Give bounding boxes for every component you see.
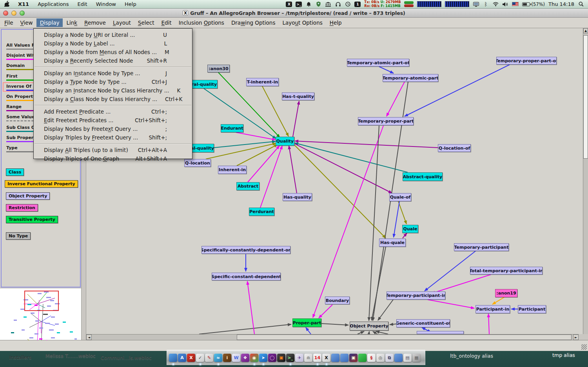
menu-item-display-a-node-by-label[interactable]: Display a Node by Label ...L — [34, 39, 192, 48]
display-icon[interactable] — [473, 1, 479, 7]
cpu-spectrum-2[interactable] — [445, 1, 469, 7]
us-flag-icon[interactable] — [512, 2, 519, 6]
node-quale[interactable]: Quale — [402, 225, 418, 233]
dock-icon-paint-app[interactable]: ✎ — [205, 354, 213, 362]
node-t-inherent-in[interactable]: T-inherent-in — [246, 78, 279, 86]
dock-icon-ring-app[interactable]: ◎ — [376, 354, 385, 362]
node-quality[interactable]: Quality — [276, 137, 294, 146]
node-object-property[interactable]: Object Property — [350, 322, 388, 331]
dock-icon-info-app[interactable]: i — [223, 354, 231, 362]
node-has-quality[interactable]: Has-quality — [283, 193, 312, 201]
vertical-scroll-thumb[interactable] — [583, 35, 588, 159]
desktop-item-installers[interactable]: Installers — [9, 354, 32, 360]
mac-menu-edit[interactable]: Edit — [73, 1, 92, 7]
bank-icon[interactable] — [325, 1, 331, 7]
dock-icon-ical-14[interactable]: 14 — [313, 354, 321, 362]
dock-icon-cube-app[interactable]: ▣ — [349, 354, 358, 362]
desktop-item-communi-ls-webloc[interactable]: Communi...ls.webloc — [101, 355, 152, 361]
menu-item-add-freetext-predicate[interactable]: Add Freetext Predicate ...Ctrl+; — [34, 107, 192, 116]
menubar-item-layout[interactable]: Layout — [109, 18, 134, 27]
cpu-spectrum-1[interactable] — [417, 1, 441, 7]
menubar-item-help[interactable]: Help — [326, 18, 345, 27]
node-has-quale[interactable]: Has-quale — [379, 239, 406, 247]
dock-icon-finder[interactable] — [169, 354, 177, 362]
volume-icon[interactable] — [502, 1, 508, 7]
node-legend-class[interactable]: Class — [6, 168, 24, 176]
menu-item-display-a-node-by-uri-or-literal[interactable]: Display a Node by URI or Literal ...U — [34, 31, 192, 39]
menubar-item-file[interactable]: File — [1, 18, 17, 27]
keychain-icon[interactable] — [315, 1, 321, 7]
node-node[interactable] — [417, 331, 464, 334]
node-abstract[interactable]: Abstract — [236, 182, 260, 190]
dock-icon-green-folder[interactable] — [358, 354, 367, 362]
dock-icon-photos-app[interactable]: ❖ — [241, 354, 249, 362]
menu-item-display-nodes-by-freetext-query[interactable]: Display Nodes by Freetext Query ...; — [34, 125, 192, 133]
dock-icon-kanji-app[interactable]: § — [367, 354, 376, 362]
dock-icon-x11-app[interactable]: X — [322, 354, 330, 362]
menubar-item-link[interactable]: Link — [63, 18, 81, 27]
node-participant[interactable]: Participant — [518, 305, 546, 313]
menubar-item-view[interactable]: View — [17, 18, 36, 27]
dock-icon-docs-app[interactable]: ▤ — [403, 354, 412, 362]
battery-icon[interactable] — [522, 2, 530, 6]
menubar-item-layout-options[interactable]: Layout Options — [279, 18, 326, 27]
mac-menu-x11[interactable]: X11 — [14, 1, 33, 7]
history-clock-icon[interactable] — [345, 1, 351, 7]
bell-icon[interactable] — [305, 1, 312, 7]
spotlight-icon[interactable] — [578, 1, 584, 7]
menubar-item-drawing-options[interactable]: Drawing Options — [228, 18, 279, 27]
node-temporary-atomic-part-of[interactable]: Temporary-atomic-part-of — [347, 59, 409, 67]
vertical-scrollbar[interactable]: ▲ ▼ — [583, 28, 588, 340]
dock-icon-excel[interactable]: X — [187, 354, 195, 362]
node-specifically-constantly-dependent-on[interactable]: Specifically-constantly-dependent-on — [201, 246, 290, 254]
mac-menu-applications[interactable]: Applications — [33, 1, 73, 7]
node-boundary[interactable]: Boundary — [325, 296, 350, 304]
menu-item-display-an-instance-node-by-type[interactable]: Display an Instance Node by Type ...J — [34, 69, 192, 78]
headphones-icon[interactable] — [335, 1, 341, 7]
node-temporary-participant-in[interactable]: Temporary-participant-in — [387, 291, 445, 300]
node-perdurant[interactable]: Perdurant — [249, 208, 274, 216]
menu-item-display-a-recently-selected-node[interactable]: Display a Recently Selected NodeShift+R — [34, 56, 192, 65]
dock-icon-gallery-app[interactable]: ▣ — [277, 354, 285, 362]
menubar-item-select[interactable]: Select — [134, 18, 158, 27]
dock-icon-w-app[interactable]: W — [232, 354, 240, 362]
node-abstract-quality[interactable]: Abstract-quality — [403, 172, 443, 181]
node-proper-part[interactable]: Proper-part — [292, 318, 321, 327]
node-generic-constituent-of[interactable]: Generic-constituent-of — [396, 319, 450, 327]
node-has-t-quality[interactable]: Has-t-quality — [282, 92, 314, 100]
node-legend-object-property[interactable]: Object Property — [6, 192, 50, 200]
node-temporary-participant[interactable]: Temporary-participant — [454, 243, 509, 251]
node-legend-no-type[interactable]: No Type — [6, 232, 31, 240]
desktop-item-melissa-t-webloc[interactable]: Melissa T.......webloc — [45, 353, 96, 359]
title-bar[interactable]: X Gruff – An AllegroGraph Browser – /tmp… — [0, 9, 588, 18]
node-specific-constant-dependent[interactable]: Specific-constant-dependent — [212, 273, 281, 280]
mac-menu-help[interactable]: Help — [120, 1, 141, 7]
bluetooth-icon[interactable]: ᛒ — [483, 1, 489, 7]
dock-icon-folder-1[interactable] — [331, 354, 339, 362]
menubar-item-display[interactable]: Display — [36, 18, 63, 27]
calendar-status-icon[interactable]: 1 — [354, 2, 361, 7]
minimap-viewport[interactable] — [24, 291, 59, 311]
node-temporary-proper-part[interactable]: Temporary-proper-part — [358, 117, 414, 125]
menu-item-display-an-instance-node-by-class-hierar[interactable]: Display an Instance Node by Class Hierar… — [34, 86, 192, 95]
node-legend-restriction[interactable]: Restriction — [6, 204, 38, 212]
dock-icon-terminal[interactable]: >_ — [286, 354, 294, 362]
dock-icon-folder-3[interactable] — [394, 354, 403, 362]
dock-icon-purple-ring-app[interactable]: ◯ — [268, 354, 276, 362]
menubar-clock[interactable]: Thu 14:18 — [548, 1, 574, 7]
node-temporary-proper-part-of[interactable]: Temporary-proper-part-of — [496, 57, 557, 65]
menu-item-display-triples-of-one-graph[interactable]: Display Triples of One GraphAlt+Shift+A — [34, 154, 192, 163]
node-ral-quality[interactable]: ral-quality — [191, 80, 218, 89]
node-quale-of[interactable]: Quale-of — [389, 193, 411, 201]
dock-icon-folder-2[interactable] — [340, 354, 348, 362]
node-anon19[interactable]: :anon19 — [495, 289, 517, 297]
scroll-left-button[interactable]: ◄ — [86, 334, 92, 340]
node-al-quality[interactable]: al-quality — [191, 144, 214, 152]
menu-item-display-a-class-node-by-class-hierarchy[interactable]: Display a Class Node by Class Hierarchy … — [34, 95, 192, 103]
node-participant-in[interactable]: Participant-in — [475, 305, 510, 313]
node-legend-transitive-property[interactable]: Transitive Property — [6, 216, 58, 223]
menubar-item-remove[interactable]: Remove — [81, 18, 109, 27]
dock-icon-safari[interactable]: ➤ — [259, 354, 267, 362]
dock-icon-fish-app[interactable]: ≈ — [214, 354, 222, 362]
node-anon30[interactable]: :anon30 — [207, 65, 230, 72]
